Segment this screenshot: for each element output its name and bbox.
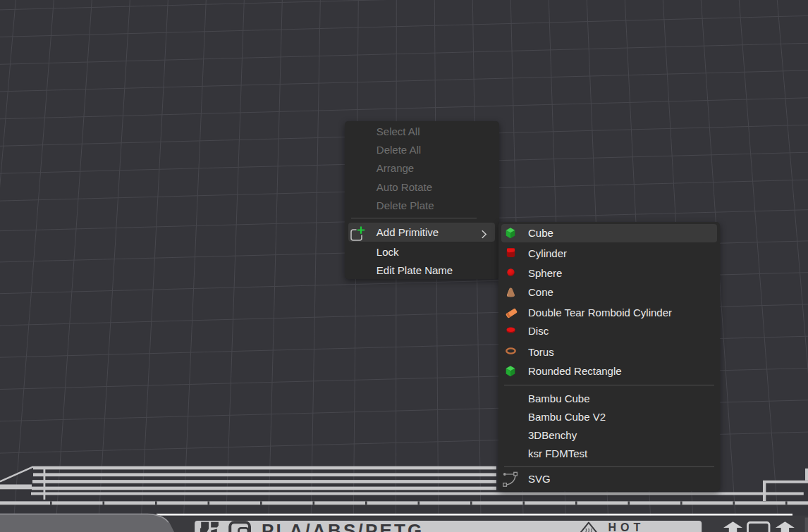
svg-text:HOT: HOT (608, 521, 645, 532)
svg-text:PLA/ABS/PETG: PLA/ABS/PETG (262, 520, 424, 532)
